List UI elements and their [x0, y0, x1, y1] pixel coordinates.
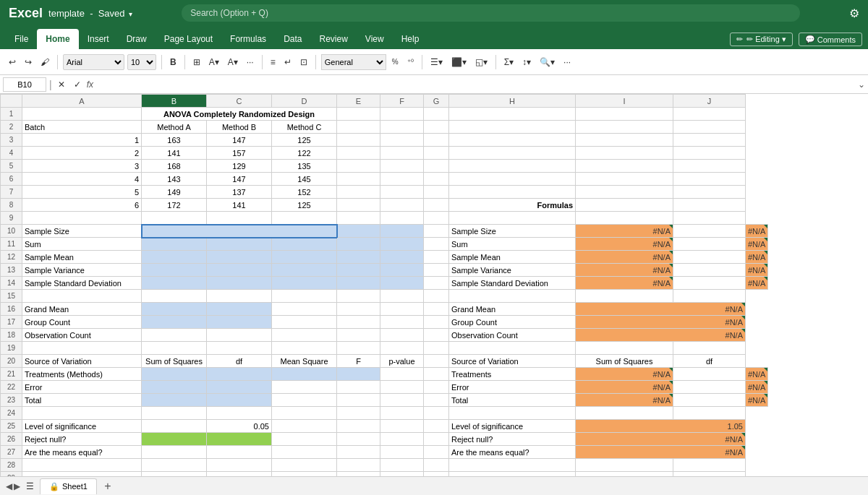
cell-c17[interactable] [207, 316, 272, 329]
cell-e21[interactable] [337, 368, 380, 381]
cell-d3[interactable]: 125 [272, 134, 337, 147]
cell-g8[interactable] [424, 199, 449, 212]
sheet-list-btn[interactable]: ☰ [23, 477, 37, 496]
cell-i8[interactable] [576, 199, 673, 212]
font-color-button[interactable]: A▾ [225, 53, 241, 72]
cell-e4[interactable] [337, 147, 380, 160]
sort-button[interactable]: ↕▾ [519, 53, 534, 72]
cell-b6[interactable]: 143 [142, 173, 207, 186]
cell-i11[interactable]: #N/A [576, 238, 673, 251]
cell-b12[interactable] [142, 251, 207, 264]
cell-d24[interactable] [272, 407, 337, 420]
cell-g1[interactable] [424, 108, 449, 121]
cell-c12[interactable] [207, 251, 272, 264]
cell-i13b[interactable] [673, 264, 746, 277]
cell-a18[interactable]: Observation Count [22, 329, 142, 342]
cell-g23[interactable] [424, 394, 449, 407]
settings-icon[interactable]: ⚙ [849, 7, 859, 20]
cell-a21[interactable]: Treatments (Methods) [22, 368, 142, 381]
cell-e14[interactable] [337, 277, 380, 290]
cell-b25[interactable] [142, 420, 207, 433]
cell-e17[interactable] [337, 316, 380, 329]
cell-j23[interactable]: #N/A [746, 394, 768, 407]
cell-j6[interactable] [673, 173, 746, 186]
confirm-formula-button[interactable]: ✓ [71, 75, 84, 94]
cell-c20[interactable]: df [207, 355, 272, 368]
cell-j14[interactable]: #N/A [746, 277, 768, 290]
cell-i23b[interactable] [673, 394, 746, 407]
cell-j11[interactable]: #N/A [746, 238, 768, 251]
cell-j3[interactable] [673, 134, 746, 147]
cell-a13[interactable]: Sample Variance [22, 264, 142, 277]
cell-d26[interactable] [272, 433, 337, 446]
editing-button[interactable]: ✏ ✏ Editing ▾ [730, 33, 793, 46]
col-header-e[interactable]: E [337, 95, 380, 108]
cell-i27[interactable]: #N/A [576, 446, 746, 459]
cell-f13[interactable] [380, 264, 424, 277]
cell-c18[interactable] [207, 329, 272, 342]
expand-formula-btn[interactable]: ⌄ [858, 79, 865, 90]
cell-c5[interactable]: 129 [207, 160, 272, 173]
cell-i26[interactable]: #N/A [576, 433, 746, 446]
cell-i12b[interactable] [673, 251, 746, 264]
cell-a20[interactable]: Source of Variation [22, 355, 142, 368]
cell-d17[interactable] [272, 316, 337, 329]
cell-a27[interactable]: Are the means equal? [22, 446, 142, 459]
cell-d12[interactable] [272, 251, 337, 264]
cell-h6[interactable] [449, 173, 576, 186]
cell-d14[interactable] [272, 277, 337, 290]
cell-e2[interactable] [337, 121, 380, 134]
cell-h26[interactable]: Reject null? [449, 433, 576, 446]
cell-h19[interactable] [449, 342, 576, 355]
cell-f17[interactable] [380, 316, 424, 329]
cell-a14[interactable]: Sample Standard Deviation [22, 277, 142, 290]
cell-b26[interactable] [142, 433, 207, 446]
cell-b14[interactable] [142, 277, 207, 290]
cell-j21[interactable]: #N/A [746, 368, 768, 381]
sheet-area[interactable]: A B C D E F G H I J 1 ANOVA Completely [0, 94, 868, 476]
cell-g22[interactable] [424, 381, 449, 394]
tab-view[interactable]: View [357, 29, 393, 49]
cell-f25[interactable] [380, 420, 424, 433]
cell-d16[interactable] [272, 303, 337, 316]
conditional-format-button[interactable]: ☰▾ [427, 53, 446, 72]
tab-home[interactable]: Home [37, 29, 78, 49]
search-input[interactable] [182, 4, 800, 22]
fill-color-button[interactable]: A▾ [206, 53, 222, 72]
cell-b8[interactable]: 172 [142, 199, 207, 212]
cell-a9[interactable] [22, 212, 142, 225]
cell-b20[interactable]: Sum of Squares [142, 355, 207, 368]
cell-d11[interactable] [272, 238, 337, 251]
cell-i6[interactable] [576, 173, 673, 186]
cell-i1[interactable] [576, 108, 673, 121]
cell-c23[interactable] [207, 394, 272, 407]
cell-j22[interactable]: #N/A [746, 381, 768, 394]
cell-g12[interactable] [424, 251, 449, 264]
cell-i16[interactable]: #N/A [576, 303, 746, 316]
cell-h22[interactable]: Error [449, 381, 576, 394]
cell-e22[interactable] [337, 381, 380, 394]
cell-c4[interactable]: 157 [207, 147, 272, 160]
cell-h15[interactable] [449, 290, 576, 303]
col-header-d[interactable]: D [272, 95, 337, 108]
cell-i21b[interactable] [673, 368, 746, 381]
cell-c16[interactable] [207, 303, 272, 316]
cell-f4[interactable] [380, 147, 424, 160]
cell-h2[interactable] [449, 121, 576, 134]
tab-draw[interactable]: Draw [118, 29, 156, 49]
cell-e20[interactable]: F [337, 355, 380, 368]
cell-b18[interactable] [142, 329, 207, 342]
cell-h23[interactable]: Total [449, 394, 576, 407]
cell-h11[interactable]: Sum [449, 238, 576, 251]
cell-g11[interactable] [424, 238, 449, 251]
cell-h18[interactable]: Observation Count [449, 329, 576, 342]
cell-d23[interactable] [272, 394, 337, 407]
cell-i22[interactable]: #N/A [576, 381, 673, 394]
col-header-c[interactable]: C [207, 95, 272, 108]
cell-g20[interactable] [424, 355, 449, 368]
cell-b19[interactable] [142, 342, 207, 355]
cell-h3[interactable] [449, 134, 576, 147]
cell-f2[interactable] [380, 121, 424, 134]
cell-b4[interactable]: 141 [142, 147, 207, 160]
cell-e10[interactable] [337, 225, 380, 238]
